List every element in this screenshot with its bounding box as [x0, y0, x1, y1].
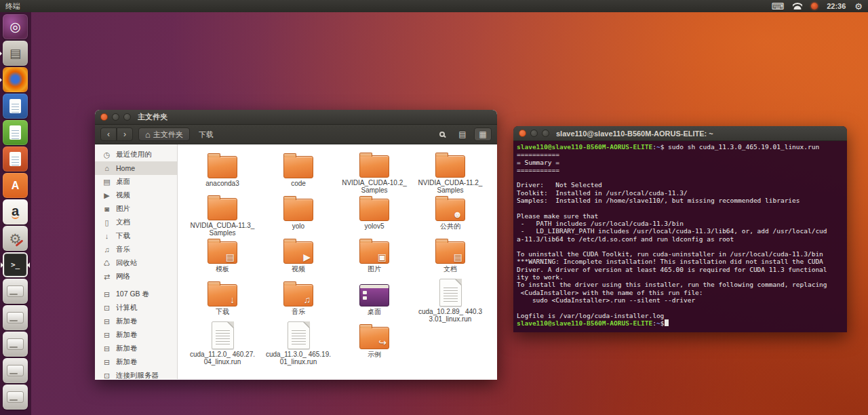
folder-icon — [435, 155, 465, 178]
file-item[interactable]: yolo — [260, 194, 336, 237]
sidebar-item-label: 视频 — [116, 191, 130, 200]
sidebar-item-label: 新加卷 — [116, 344, 138, 353]
running-pip — [1, 262, 6, 268]
desktop-icon — [359, 284, 389, 307]
file-item[interactable]: ▣图片 — [336, 237, 412, 279]
files-icon[interactable]: ▤ — [3, 41, 28, 66]
breadcrumb-segment-0[interactable]: ⌂主文件夹 — [138, 127, 190, 141]
sidebar-item-videos[interactable]: ▶视频 — [95, 189, 177, 202]
sidebar-item-volume[interactable]: ⊟新加卷 — [95, 328, 177, 342]
sidebar-item-home[interactable]: ⌂Home — [95, 161, 177, 175]
libreoffice-calc-icon[interactable] — [3, 120, 28, 145]
firefox-icon[interactable] — [3, 67, 28, 92]
terminal-line: Driver: Not Selected — [517, 181, 844, 189]
breadcrumb-segment-1[interactable]: 下载 — [193, 127, 220, 141]
maximize-icon[interactable] — [542, 130, 549, 137]
file-item[interactable]: cuda_11.3.0_ 465.19.01_linux.run — [260, 322, 336, 365]
terminal-line: slave110@slave110-B560M-AORUS-ELITE:~$ s… — [517, 143, 844, 151]
file-label: anaconda3 — [205, 180, 239, 187]
clock[interactable]: 22:36 — [827, 2, 846, 10]
system-settings-icon[interactable]: ⚙ — [3, 226, 28, 251]
file-item[interactable]: ▶视频 — [260, 237, 336, 279]
search-icon[interactable] — [433, 127, 451, 141]
minimize-icon[interactable] — [112, 113, 119, 121]
file-item[interactable]: code — [260, 151, 336, 194]
network-icon[interactable] — [793, 3, 802, 9]
folder-videos-emblem-icon: ▶ — [303, 252, 311, 262]
file-item[interactable]: ♫音乐 — [260, 279, 336, 322]
terminal-line — [517, 243, 844, 250]
file-item[interactable]: ↓下载 — [184, 279, 260, 322]
file-manager-titlebar[interactable]: 主文件夹 — [95, 110, 497, 125]
sidebar-item-network[interactable]: ⇄网络 — [95, 270, 177, 283]
drive-icon[interactable] — [3, 358, 28, 383]
file-item[interactable]: cuda_11.2.0_ 460.27.04_linux.run — [184, 322, 260, 365]
file-item[interactable]: yolov5 — [336, 194, 412, 237]
terminal-titlebar[interactable]: slave110@slave110-B560M-AORUS-ELITE: ~ — [513, 126, 847, 141]
file-label: 示例 — [368, 351, 381, 358]
close-icon[interactable] — [519, 130, 526, 137]
folder-icon — [283, 156, 313, 178]
sidebar-item-folder[interactable]: ▤桌面 — [95, 175, 177, 189]
file-item[interactable]: anaconda3 — [184, 151, 260, 194]
folder-templates-emblem-icon: ▤ — [226, 252, 235, 262]
file-label: 图片 — [368, 265, 381, 273]
drive-icon[interactable] — [3, 279, 28, 304]
libreoffice-writer-icon[interactable] — [3, 94, 28, 119]
file-item[interactable]: 桌面 — [336, 279, 412, 322]
file-item[interactable]: NVIDIA_CUDA-11.2_Samples — [412, 151, 488, 194]
maximize-icon[interactable] — [123, 113, 131, 121]
sidebar-item-volume[interactable]: ⊟新加卷 — [95, 355, 177, 369]
terminal-icon[interactable]: >_ — [3, 252, 28, 277]
sidebar-item-computer[interactable]: ⊡计算机 — [95, 301, 177, 315]
videos-icon: ▶ — [102, 191, 111, 200]
grid-view-icon[interactable]: ▦ — [474, 127, 492, 141]
libreoffice-impress-icon[interactable] — [3, 146, 28, 172]
session-gear-icon[interactable]: ⚙ — [854, 2, 863, 11]
volume-icon: ⊟ — [102, 317, 111, 326]
prompt-user: slave110@slave110-B560M-AORUS-ELITE — [517, 143, 652, 151]
file-item[interactable]: ▤文档 — [412, 237, 488, 279]
command-text: $ — [660, 319, 665, 327]
keyboard-indicator-icon[interactable]: ⌨ — [771, 2, 784, 11]
file-item[interactable]: ☻公共的 — [412, 194, 488, 237]
terminal-line: - LD_LIBRARY_PATH includes /usr/local/cu… — [517, 227, 844, 235]
file-grid: anaconda3codeNVIDIA_CUDA-10.2_SamplesNVI… — [178, 144, 497, 379]
list-view-icon[interactable]: ▤ — [454, 127, 471, 141]
minimize-icon[interactable] — [530, 130, 538, 137]
sidebar-item-volume[interactable]: ⊟107 GB 卷 — [95, 288, 177, 301]
running-pip — [0, 77, 5, 83]
ubuntu-logo-icon[interactable]: ◎ — [3, 14, 28, 39]
terminal-output[interactable]: slave110@slave110-B560M-AORUS-ELITE:~$ s… — [513, 141, 847, 329]
terminal-window: slave110@slave110-B560M-AORUS-ELITE: ~ s… — [513, 126, 847, 332]
drive-icon[interactable] — [3, 384, 28, 410]
ubuntu-software-icon[interactable]: A — [3, 173, 28, 198]
back-button[interactable]: ‹ — [100, 127, 117, 141]
script-file-icon — [212, 321, 234, 349]
sidebar-item-pictures[interactable]: ◙图片 — [95, 202, 177, 216]
file-label: NVIDIA_CUDA-11.2_Samples — [416, 179, 484, 194]
folder-icon — [359, 155, 389, 178]
sidebar-item-documents[interactable]: ▯文档 — [95, 216, 177, 229]
sidebar-item-recent[interactable]: ◷最近使用的 — [95, 148, 177, 161]
drive-icon[interactable] — [3, 305, 28, 330]
sidebar-item-volume[interactable]: ⊟新加卷 — [95, 315, 177, 328]
file-item[interactable]: NVIDIA_CUDA-10.2_Samples — [336, 151, 412, 194]
sidebar-item-music[interactable]: ♫音乐 — [95, 243, 177, 256]
file-item[interactable]: ▤模板 — [184, 237, 260, 279]
file-item[interactable]: NVIDIA_CUDA-11.3_Samples — [184, 194, 260, 237]
file-item[interactable]: cuda_10.2.89_ 440.33.01_linux.run — [412, 279, 488, 322]
drive-icon[interactable] — [3, 332, 28, 357]
status-indicator-icon[interactable] — [811, 3, 818, 9]
sidebar-item-volume[interactable]: ⊟新加卷 — [95, 342, 177, 355]
forward-button[interactable]: › — [117, 127, 133, 141]
sidebar-item-trash[interactable]: ♺回收站 — [95, 256, 177, 270]
sidebar-item-server[interactable]: ⊡连接到服务器 — [95, 369, 177, 379]
system-tray: ⌨ 22:36 ⚙ — [771, 2, 863, 11]
folder-icon: ↪ — [359, 327, 389, 349]
amazon-icon[interactable]: a — [3, 199, 28, 224]
sidebar-item-downloads[interactable]: ↓下载 — [95, 229, 177, 243]
file-item[interactable]: ↪示例 — [336, 322, 412, 365]
sidebar-item-label: 计算机 — [116, 303, 138, 313]
close-icon[interactable] — [100, 113, 108, 121]
